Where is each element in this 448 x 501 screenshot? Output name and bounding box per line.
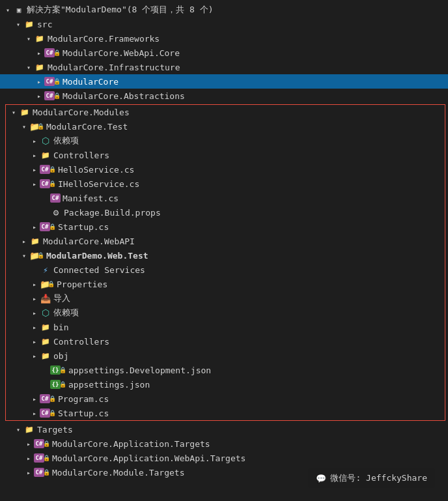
appsettings-dev-item[interactable]: {} 🔒 appsettings.Development.json <box>6 363 445 377</box>
properties-lock-icon: 🔒 <box>48 281 55 287</box>
src-icon: 📁 <box>23 18 35 30</box>
src-label: src <box>37 20 448 29</box>
controllers2-arrow[interactable] <box>29 338 40 345</box>
abstractions-arrow[interactable] <box>34 93 44 100</box>
red-border-section: 📁 ModularCore.Modules 📁 🔒 ModularCore.Te… <box>5 104 445 421</box>
app-webapi-targets-arrow[interactable] <box>23 455 34 462</box>
manifest-item[interactable]: C# Manifest.cs <box>6 191 445 205</box>
targets-icon: 📁 <box>23 423 35 435</box>
webapi-arrow[interactable] <box>19 238 29 245</box>
solution-explorer: ▣ 解决方案"ModularDemo"(8 个项目，共 8 个) 📁 src 📁… <box>0 0 448 482</box>
targets-folder[interactable]: 📁 Targets <box>0 422 448 437</box>
obj-arrow[interactable] <box>29 352 40 360</box>
package-build-icon: ⚙ <box>50 207 62 218</box>
webtest-folder[interactable]: 📁 🔒 ModularDemo.Web.Test <box>6 248 445 263</box>
module-targets-arrow[interactable] <box>23 469 34 476</box>
deps1-item[interactable]: ⬡ 依赖项 <box>6 134 445 148</box>
src-arrow[interactable] <box>13 21 23 28</box>
webapi-icon: 📁 <box>29 235 41 247</box>
properties-item[interactable]: 📁 🔒 Properties <box>6 277 445 291</box>
modules-arrow[interactable] <box>8 109 19 116</box>
connected-item[interactable]: ⚡ Connected Services <box>6 263 445 277</box>
hello-service-arrow[interactable] <box>29 166 40 173</box>
ihello-service-label: IHelloService.cs <box>58 179 445 189</box>
program-icon-group: C# 🔒 <box>40 394 56 403</box>
app-webapi-targets-label: ModularCore.Application.WebApi.Targets <box>52 453 448 463</box>
frameworks-arrow[interactable] <box>23 35 34 42</box>
program-label: Program.cs <box>58 394 445 404</box>
controllers1-item[interactable]: 📁 Controllers <box>6 148 445 162</box>
startup1-icon-group: C# 🔒 <box>40 222 56 231</box>
app-targets-arrow[interactable] <box>23 440 34 448</box>
hello-service-item[interactable]: C# 🔒 HelloService.cs <box>6 162 445 177</box>
controllers1-label: Controllers <box>53 150 445 160</box>
webapi-folder[interactable]: 📁 ModularCore.WebAPI <box>6 234 445 248</box>
infrastructure-folder[interactable]: 📁 ModularCore.Infrastructure <box>0 60 448 74</box>
controllers2-label: Controllers <box>53 337 445 347</box>
appsettings-lock-icon: 🔒 <box>59 381 66 388</box>
hello-service-icon-group: C# 🔒 <box>40 165 56 174</box>
startup1-item[interactable]: C# 🔒 Startup.cs <box>6 220 445 234</box>
appsettings-item[interactable]: {} 🔒 appsettings.json <box>6 377 445 392</box>
startup1-arrow[interactable] <box>29 223 40 231</box>
import-item[interactable]: 📥 导入 <box>6 291 445 306</box>
app-webapi-targets-icon-group: C# 🔒 <box>34 453 50 463</box>
infrastructure-arrow[interactable] <box>23 64 34 71</box>
ihello-service-arrow[interactable] <box>29 180 40 188</box>
properties-arrow[interactable] <box>29 281 40 288</box>
ihello-lock-icon: 🔒 <box>49 180 56 187</box>
manifest-cs-icon: C# <box>50 193 61 203</box>
webapi-core-item[interactable]: C# 🔒 ModularCore.WebApi.Core <box>0 46 448 60</box>
abstractions-lock-icon: 🔒 <box>53 93 61 99</box>
webtest-arrow[interactable] <box>19 252 29 259</box>
connected-icon: ⚡ <box>40 264 51 276</box>
wechat-text: 微信号: JeffckyShare <box>330 472 427 484</box>
program-item[interactable]: C# 🔒 Program.cs <box>6 392 445 406</box>
test-arrow[interactable] <box>19 123 29 130</box>
webapi-label: ModularCore.WebAPI <box>43 236 445 246</box>
program-lock-icon: 🔒 <box>49 395 56 402</box>
app-targets-item[interactable]: C# 🔒 ModularCore.Application.Targets <box>0 437 448 451</box>
bin-item[interactable]: 📁 bin <box>6 320 445 334</box>
modularcore-label: ModularCore <box>63 77 448 87</box>
modularcore-item[interactable]: C# 🔒 ModularCore <box>0 74 448 89</box>
modularcore-arrow[interactable] <box>34 78 44 85</box>
program-arrow[interactable] <box>29 395 40 403</box>
controllers2-item[interactable]: 📁 Controllers <box>6 334 445 349</box>
deps2-item[interactable]: ⬡ 依赖项 <box>6 306 445 320</box>
startup2-item[interactable]: C# 🔒 Startup.cs <box>6 406 445 420</box>
app-webapi-targets-item[interactable]: C# 🔒 ModularCore.Application.WebApi.Targ… <box>0 451 448 465</box>
manifest-icon-group: C# <box>50 193 61 203</box>
src-folder[interactable]: 📁 src <box>0 17 448 31</box>
deps1-arrow[interactable] <box>29 137 40 145</box>
modules-folder[interactable]: 📁 ModularCore.Modules <box>6 105 445 119</box>
solution-label: 解决方案"ModularDemo"(8 个项目，共 8 个) <box>27 4 448 16</box>
deps2-arrow[interactable] <box>29 309 40 317</box>
controllers1-arrow[interactable] <box>29 152 40 159</box>
solution-root[interactable]: ▣ 解决方案"ModularDemo"(8 个项目，共 8 个) <box>0 3 448 17</box>
obj-item[interactable]: 📁 obj <box>6 349 445 363</box>
appsettings-icon-group: {} 🔒 <box>50 380 66 389</box>
startup2-label: Startup.cs <box>58 408 445 418</box>
import-arrow[interactable] <box>29 295 40 302</box>
webapi-core-icon-group: C# 🔒 <box>44 48 61 57</box>
wechat-badge: 💬 微信号: JeffckyShare <box>308 468 435 488</box>
solution-arrow[interactable] <box>3 7 13 14</box>
frameworks-folder[interactable]: 📁 ModularCore.Frameworks <box>0 31 448 46</box>
abstractions-item[interactable]: C# 🔒 ModularCore.Abstractions <box>0 89 448 103</box>
webapi-core-arrow[interactable] <box>34 50 44 57</box>
package-build-item[interactable]: ⚙ Package.Build.props <box>6 205 445 220</box>
startup2-arrow[interactable] <box>29 410 40 417</box>
app-targets-label: ModularCore.Application.Targets <box>52 439 448 449</box>
test-folder[interactable]: 📁 🔒 ModularCore.Test <box>6 119 445 134</box>
startup2-icon-group: C# 🔒 <box>40 408 56 418</box>
bin-arrow[interactable] <box>29 324 40 331</box>
frameworks-icon: 📁 <box>34 33 46 44</box>
import-icon: 📥 <box>40 293 51 304</box>
connected-label: Connected Services <box>53 265 445 275</box>
test-lock-icon: 🔒 <box>37 123 44 130</box>
targets-arrow[interactable] <box>13 426 23 433</box>
startup1-label: Startup.cs <box>58 222 445 232</box>
webapi-core-lock-icon: 🔒 <box>53 50 61 56</box>
ihello-service-item[interactable]: C# 🔒 IHelloService.cs <box>6 177 445 191</box>
